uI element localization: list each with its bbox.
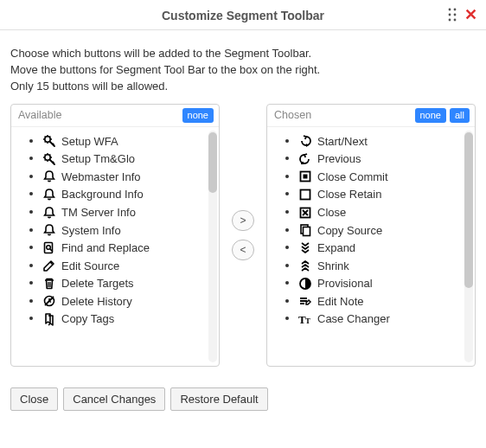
available-list: Setup WFASetup Tm&GloWebmaster InfoBackg… xyxy=(11,132,219,366)
item-label: Setup Tm&Glo xyxy=(61,152,135,165)
available-head: Available none xyxy=(11,105,219,127)
bookmark-copy-icon xyxy=(42,312,56,326)
scrollbar[interactable] xyxy=(208,131,217,362)
item-label: Background Info xyxy=(61,188,144,201)
list-item[interactable]: Setup WFA xyxy=(42,132,219,150)
item-label: Copy Tags xyxy=(61,312,114,325)
square-filled-icon xyxy=(298,170,312,183)
item-label: Delete History xyxy=(61,295,132,308)
restore-default-button[interactable]: Restore Default xyxy=(170,387,267,411)
chevrons-down-icon xyxy=(298,241,312,255)
list-item[interactable]: Webmaster Info xyxy=(42,168,219,186)
chosen-head: Chosen none all xyxy=(267,105,475,127)
item-label: Find and Replace xyxy=(61,241,150,254)
instruction-line: Only 15 buttons will be allowed. xyxy=(10,79,476,95)
half-circle-icon xyxy=(298,277,312,291)
scrollbar[interactable] xyxy=(464,131,473,362)
dialog-header: Customize Segment Toolbar ✕ xyxy=(0,0,486,30)
edit-pencil-icon xyxy=(42,259,56,272)
item-label: Webmaster Info xyxy=(61,170,141,183)
item-label: TM Server Info xyxy=(61,206,136,219)
scrollbar-thumb[interactable] xyxy=(208,132,217,193)
list-item[interactable]: Delete Targets xyxy=(42,274,219,292)
bell-icon xyxy=(42,206,56,220)
chosen-label: Chosen xyxy=(274,109,311,121)
square-x-icon xyxy=(298,206,312,220)
close-icon[interactable]: ✕ xyxy=(464,7,477,22)
header-actions: ✕ xyxy=(447,7,477,22)
close-button[interactable]: Close xyxy=(10,387,58,411)
move-right-button[interactable]: > xyxy=(232,210,254,231)
footer: Close Cancel Changes Restore Default xyxy=(0,367,486,423)
copy-icon xyxy=(298,223,312,237)
item-label: Edit Note xyxy=(317,295,363,308)
item-label: Close Retain xyxy=(317,188,381,201)
bell-icon xyxy=(42,170,56,183)
available-body: Setup WFASetup Tm&GloWebmaster InfoBackg… xyxy=(11,127,219,366)
previous-icon xyxy=(298,152,312,166)
list-item[interactable]: TM Server Info xyxy=(42,203,219,221)
list-item[interactable]: Close Retain xyxy=(298,185,475,203)
gear-wand-icon xyxy=(42,152,56,166)
item-label: Copy Source xyxy=(317,224,382,237)
square-empty-icon xyxy=(298,188,312,202)
list-item[interactable]: Close Commit xyxy=(298,168,475,186)
item-label: Shrink xyxy=(317,259,349,272)
list-item[interactable]: Delete History xyxy=(42,292,219,310)
item-label: System Info xyxy=(61,224,121,237)
doc-search-icon xyxy=(42,241,56,255)
list-item[interactable]: Shrink xyxy=(298,257,475,275)
columns: Available none Setup WFASetup Tm&GloWebm… xyxy=(0,104,486,367)
start-next-icon xyxy=(298,134,312,148)
list-item[interactable]: Find and Replace xyxy=(42,239,219,257)
transfer-controls: > < xyxy=(220,104,266,367)
bell-icon xyxy=(42,223,56,237)
list-item[interactable]: Edit Source xyxy=(42,257,219,275)
item-label: Start/Next xyxy=(317,135,368,148)
item-label: Delete Targets xyxy=(61,277,134,290)
item-label: Setup WFA xyxy=(61,135,118,148)
drag-handle-icon[interactable] xyxy=(447,8,457,22)
list-item[interactable]: Edit Note xyxy=(298,292,475,310)
no-history-icon xyxy=(42,294,56,308)
item-label: Expand xyxy=(317,241,355,254)
chosen-panel: Chosen none all Start/NextPreviousClose … xyxy=(266,104,476,367)
scrollbar-thumb[interactable] xyxy=(464,132,473,288)
list-item[interactable]: Copy Source xyxy=(298,221,475,240)
available-none-button[interactable]: none xyxy=(182,108,214,123)
instruction-line: Choose which buttons will be added to th… xyxy=(10,46,476,62)
item-label: Previous xyxy=(317,152,361,165)
item-label: Close xyxy=(317,206,346,219)
chosen-all-button[interactable]: all xyxy=(450,108,470,123)
list-item[interactable]: Expand xyxy=(298,239,475,257)
available-label: Available xyxy=(18,109,62,121)
item-label: Provisional xyxy=(317,277,373,290)
list-item[interactable]: Case Changer xyxy=(298,310,475,328)
list-item[interactable]: Previous xyxy=(298,150,475,168)
move-left-button[interactable]: < xyxy=(232,240,254,260)
bell-icon xyxy=(42,188,56,202)
dialog-title: Customize Segment Toolbar xyxy=(162,9,324,22)
item-label: Close Commit xyxy=(317,170,388,183)
chosen-none-button[interactable]: none xyxy=(415,108,446,123)
case-changer-icon xyxy=(298,312,312,326)
gear-wand-icon xyxy=(42,134,56,148)
cancel-changes-button[interactable]: Cancel Changes xyxy=(63,387,165,411)
list-item[interactable]: Provisional xyxy=(298,274,475,292)
chevrons-up-icon xyxy=(298,259,312,272)
trash-icon xyxy=(42,277,56,291)
list-item[interactable]: Copy Tags xyxy=(42,310,219,328)
list-item[interactable]: Background Info xyxy=(42,185,219,203)
instructions-text: Choose which buttons will be added to th… xyxy=(0,30,486,104)
list-item[interactable]: Setup Tm&Glo xyxy=(42,150,219,168)
instruction-line: Move the buttons for Segment Tool Bar to… xyxy=(10,62,476,79)
note-edit-icon xyxy=(298,294,312,308)
list-item[interactable]: Close xyxy=(298,203,475,221)
list-item[interactable]: Start/Next xyxy=(298,132,475,150)
chosen-list: Start/NextPreviousClose CommitClose Reta… xyxy=(267,132,475,366)
item-label: Edit Source xyxy=(61,259,119,272)
list-item[interactable]: System Info xyxy=(42,221,219,240)
item-label: Case Changer xyxy=(317,312,390,325)
available-panel: Available none Setup WFASetup Tm&GloWebm… xyxy=(10,104,220,367)
chosen-body: Start/NextPreviousClose CommitClose Reta… xyxy=(267,127,475,366)
